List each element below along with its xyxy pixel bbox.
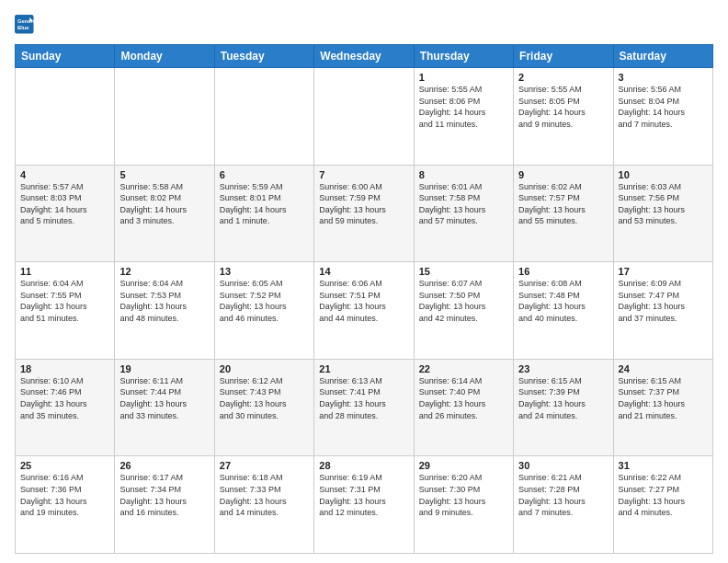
day-number: 19 xyxy=(119,363,209,374)
calendar-cell: 25Sunrise: 6:16 AM Sunset: 7:36 PM Dayli… xyxy=(16,456,115,554)
cell-info: Sunrise: 6:20 AM Sunset: 7:30 PM Dayligh… xyxy=(419,472,508,518)
cell-info: Sunrise: 5:55 AM Sunset: 8:05 PM Dayligh… xyxy=(518,84,608,130)
week-row-5: 25Sunrise: 6:16 AM Sunset: 7:36 PM Dayli… xyxy=(16,456,713,554)
cell-info: Sunrise: 6:10 AM Sunset: 7:46 PM Dayligh… xyxy=(20,375,109,421)
cell-info: Sunrise: 6:07 AM Sunset: 7:50 PM Dayligh… xyxy=(419,278,508,324)
calendar-table: SundayMondayTuesdayWednesdayThursdayFrid… xyxy=(15,44,713,554)
cell-info: Sunrise: 6:01 AM Sunset: 7:58 PM Dayligh… xyxy=(419,181,508,227)
svg-text:Blue: Blue xyxy=(17,25,29,30)
col-header-sunday: Sunday xyxy=(16,45,115,68)
cell-info: Sunrise: 5:57 AM Sunset: 8:03 PM Dayligh… xyxy=(20,181,109,227)
cell-info: Sunrise: 5:58 AM Sunset: 8:02 PM Dayligh… xyxy=(119,181,209,227)
cell-info: Sunrise: 6:22 AM Sunset: 7:27 PM Dayligh… xyxy=(619,472,708,518)
day-number: 17 xyxy=(619,266,708,277)
calendar-cell: 15Sunrise: 6:07 AM Sunset: 7:50 PM Dayli… xyxy=(414,262,513,360)
col-header-friday: Friday xyxy=(514,45,613,68)
calendar-cell xyxy=(115,68,214,166)
header: General Blue xyxy=(15,15,713,35)
col-header-wednesday: Wednesday xyxy=(314,45,414,68)
calendar-cell: 19Sunrise: 6:11 AM Sunset: 7:44 PM Dayli… xyxy=(115,359,214,456)
cell-info: Sunrise: 6:18 AM Sunset: 7:33 PM Dayligh… xyxy=(220,472,309,518)
calendar-cell: 6Sunrise: 5:59 AM Sunset: 8:01 PM Daylig… xyxy=(214,165,313,262)
cell-info: Sunrise: 6:21 AM Sunset: 7:28 PM Dayligh… xyxy=(518,472,608,518)
calendar-cell xyxy=(314,68,414,166)
cell-info: Sunrise: 6:04 AM Sunset: 7:53 PM Dayligh… xyxy=(119,278,209,324)
cell-info: Sunrise: 6:13 AM Sunset: 7:41 PM Dayligh… xyxy=(319,375,408,421)
day-number: 14 xyxy=(319,266,408,277)
calendar-cell: 3Sunrise: 5:56 AM Sunset: 8:04 PM Daylig… xyxy=(613,68,712,166)
day-number: 30 xyxy=(518,460,608,471)
calendar-cell: 27Sunrise: 6:18 AM Sunset: 7:33 PM Dayli… xyxy=(214,456,313,554)
day-number: 8 xyxy=(419,169,508,180)
calendar-cell: 14Sunrise: 6:06 AM Sunset: 7:51 PM Dayli… xyxy=(314,262,414,360)
calendar-cell xyxy=(16,68,115,166)
day-number: 15 xyxy=(419,266,508,277)
day-number: 16 xyxy=(518,266,608,277)
calendar-cell: 28Sunrise: 6:19 AM Sunset: 7:31 PM Dayli… xyxy=(314,456,414,554)
day-number: 27 xyxy=(220,460,309,471)
day-number: 28 xyxy=(319,460,408,471)
day-number: 12 xyxy=(119,266,209,277)
cell-info: Sunrise: 6:05 AM Sunset: 7:52 PM Dayligh… xyxy=(220,278,309,324)
calendar-cell: 29Sunrise: 6:20 AM Sunset: 7:30 PM Dayli… xyxy=(414,456,513,554)
day-number: 7 xyxy=(319,169,408,180)
week-row-2: 4Sunrise: 5:57 AM Sunset: 8:03 PM Daylig… xyxy=(16,165,713,262)
cell-info: Sunrise: 6:06 AM Sunset: 7:51 PM Dayligh… xyxy=(319,278,408,324)
day-number: 29 xyxy=(419,460,508,471)
col-header-monday: Monday xyxy=(115,45,214,68)
cell-info: Sunrise: 6:04 AM Sunset: 7:55 PM Dayligh… xyxy=(20,278,109,324)
day-number: 13 xyxy=(220,266,309,277)
week-row-1: 1Sunrise: 5:55 AM Sunset: 8:06 PM Daylig… xyxy=(16,68,713,166)
day-number: 11 xyxy=(20,266,109,277)
calendar-cell: 23Sunrise: 6:15 AM Sunset: 7:39 PM Dayli… xyxy=(514,359,613,456)
day-number: 9 xyxy=(518,169,608,180)
day-number: 26 xyxy=(119,460,209,471)
cell-info: Sunrise: 6:16 AM Sunset: 7:36 PM Dayligh… xyxy=(20,472,109,518)
logo: General Blue xyxy=(15,15,40,35)
day-number: 6 xyxy=(220,169,309,180)
cell-info: Sunrise: 6:09 AM Sunset: 7:47 PM Dayligh… xyxy=(619,278,708,324)
calendar-cell: 13Sunrise: 6:05 AM Sunset: 7:52 PM Dayli… xyxy=(214,262,313,360)
day-number: 4 xyxy=(20,169,109,180)
calendar-cell: 17Sunrise: 6:09 AM Sunset: 7:47 PM Dayli… xyxy=(613,262,712,360)
calendar-cell: 26Sunrise: 6:17 AM Sunset: 7:34 PM Dayli… xyxy=(115,456,214,554)
day-number: 20 xyxy=(220,363,309,374)
cell-info: Sunrise: 6:19 AM Sunset: 7:31 PM Dayligh… xyxy=(319,472,408,518)
day-number: 2 xyxy=(518,72,608,83)
calendar-cell: 7Sunrise: 6:00 AM Sunset: 7:59 PM Daylig… xyxy=(314,165,414,262)
cell-info: Sunrise: 6:02 AM Sunset: 7:57 PM Dayligh… xyxy=(518,181,608,227)
calendar-cell: 12Sunrise: 6:04 AM Sunset: 7:53 PM Dayli… xyxy=(115,262,214,360)
calendar-cell: 11Sunrise: 6:04 AM Sunset: 7:55 PM Dayli… xyxy=(16,262,115,360)
cell-info: Sunrise: 5:56 AM Sunset: 8:04 PM Dayligh… xyxy=(619,84,708,130)
col-header-saturday: Saturday xyxy=(613,45,712,68)
day-number: 18 xyxy=(20,363,109,374)
calendar-cell: 2Sunrise: 5:55 AM Sunset: 8:05 PM Daylig… xyxy=(514,68,613,166)
calendar-cell: 9Sunrise: 6:02 AM Sunset: 7:57 PM Daylig… xyxy=(514,165,613,262)
col-header-tuesday: Tuesday xyxy=(214,45,313,68)
day-number: 5 xyxy=(119,169,209,180)
day-number: 21 xyxy=(319,363,408,374)
day-number: 10 xyxy=(619,169,708,180)
calendar-cell: 24Sunrise: 6:15 AM Sunset: 7:37 PM Dayli… xyxy=(613,359,712,456)
col-header-thursday: Thursday xyxy=(414,45,513,68)
calendar-cell: 21Sunrise: 6:13 AM Sunset: 7:41 PM Dayli… xyxy=(314,359,414,456)
cell-info: Sunrise: 6:15 AM Sunset: 7:37 PM Dayligh… xyxy=(619,375,708,421)
calendar-cell: 22Sunrise: 6:14 AM Sunset: 7:40 PM Dayli… xyxy=(414,359,513,456)
page: General Blue SundayMondayTuesdayWednesda… xyxy=(0,0,728,563)
cell-info: Sunrise: 5:59 AM Sunset: 8:01 PM Dayligh… xyxy=(220,181,309,227)
cell-info: Sunrise: 5:55 AM Sunset: 8:06 PM Dayligh… xyxy=(419,84,508,130)
day-number: 22 xyxy=(419,363,508,374)
calendar-cell: 4Sunrise: 5:57 AM Sunset: 8:03 PM Daylig… xyxy=(16,165,115,262)
calendar-cell: 16Sunrise: 6:08 AM Sunset: 7:48 PM Dayli… xyxy=(514,262,613,360)
calendar-cell: 31Sunrise: 6:22 AM Sunset: 7:27 PM Dayli… xyxy=(613,456,712,554)
day-number: 25 xyxy=(20,460,109,471)
day-number: 23 xyxy=(518,363,608,374)
cell-info: Sunrise: 6:14 AM Sunset: 7:40 PM Dayligh… xyxy=(419,375,508,421)
calendar-cell: 8Sunrise: 6:01 AM Sunset: 7:58 PM Daylig… xyxy=(414,165,513,262)
calendar-cell: 5Sunrise: 5:58 AM Sunset: 8:02 PM Daylig… xyxy=(115,165,214,262)
cell-info: Sunrise: 6:17 AM Sunset: 7:34 PM Dayligh… xyxy=(119,472,209,518)
calendar-header-row: SundayMondayTuesdayWednesdayThursdayFrid… xyxy=(16,45,713,68)
calendar-cell: 30Sunrise: 6:21 AM Sunset: 7:28 PM Dayli… xyxy=(514,456,613,554)
cell-info: Sunrise: 6:08 AM Sunset: 7:48 PM Dayligh… xyxy=(518,278,608,324)
cell-info: Sunrise: 6:11 AM Sunset: 7:44 PM Dayligh… xyxy=(119,375,209,421)
